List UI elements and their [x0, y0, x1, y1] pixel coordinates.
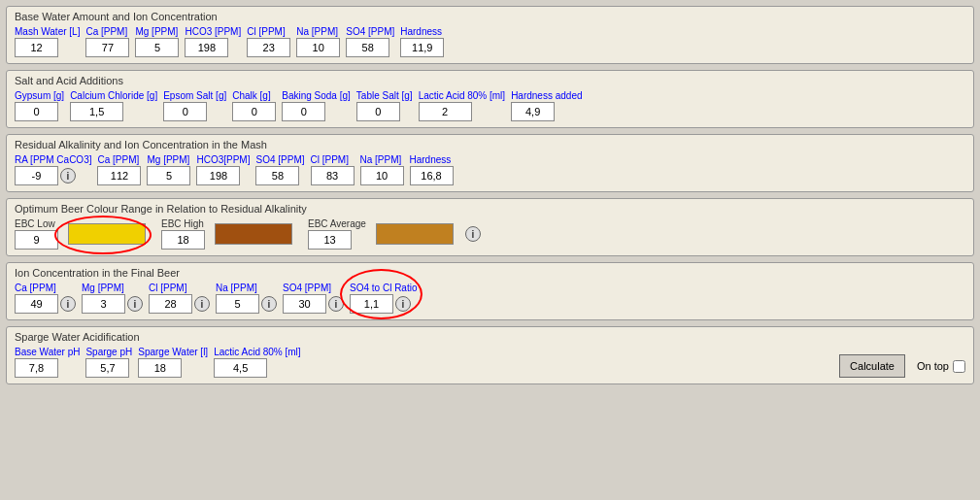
res-cl-input[interactable] [311, 166, 355, 185]
ebc-title: Optimum Beer Colour Range in Relation to… [15, 203, 965, 215]
sparge-ph-input[interactable] [85, 358, 129, 378]
on-top-checkbox[interactable] [953, 360, 965, 373]
final-ca-info[interactable]: i [60, 296, 76, 312]
final-na-input[interactable] [216, 294, 259, 314]
hco3-ppm-field: HCO3 [PPM] [185, 26, 241, 57]
ebc-section: Optimum Beer Colour Range in Relation to… [6, 198, 974, 256]
final-mg-input[interactable] [82, 294, 125, 314]
lactic-acid-field: Lactic Acid 80% [ml] [419, 90, 505, 121]
chalk-label: Chalk [g] [232, 90, 270, 101]
sparge-fields: Base Water pH Sparge pH Sparge Water [l]… [15, 347, 301, 378]
sparge-lactic-input[interactable] [214, 358, 267, 378]
ca-ppm-label: Ca [PPM] [85, 26, 127, 37]
final-so4-info[interactable]: i [328, 296, 344, 312]
final-na-info[interactable]: i [261, 296, 277, 312]
gypsum-label: Gypsum [g] [15, 90, 64, 101]
res-hardness-input[interactable] [410, 166, 454, 185]
ebc-high-label: EBC High [161, 218, 204, 229]
calcium-chloride-input[interactable] [70, 102, 123, 121]
ebc-low-input[interactable] [15, 230, 58, 250]
final-mg-info[interactable]: i [127, 296, 143, 312]
res-so4-field: SO4 [PPM] [255, 154, 304, 185]
base-water-ph-field: Base Water pH [15, 347, 80, 378]
res-ca-label: Ca [PPM] [97, 154, 139, 165]
final-cl-info[interactable]: i [194, 296, 210, 312]
baking-soda-input[interactable] [282, 102, 325, 121]
hco3-ppm-label: HCO3 [PPM] [185, 26, 241, 37]
ra-input-group: i [15, 166, 76, 185]
sparge-water-field: Sparge Water [l] [138, 347, 208, 378]
final-mg-field: Mg [PPM] i [82, 283, 143, 314]
mg-ppm-field: Mg [PPM] [135, 26, 179, 57]
ebc-high-field: EBC High [161, 218, 205, 250]
lactic-acid-input[interactable] [419, 102, 472, 121]
chalk-field: Chalk [g] [232, 90, 276, 121]
table-salt-input[interactable] [356, 102, 400, 121]
res-hco3-input[interactable] [196, 166, 240, 185]
ebc-avg-swatch [376, 223, 454, 245]
so4-ppm-label: SO4 [PPM] [346, 26, 394, 37]
res-so4-input[interactable] [255, 166, 299, 185]
res-ca-input[interactable] [97, 166, 141, 185]
res-ca-field: Ca [PPM] [97, 154, 141, 185]
base-water-ph-label: Base Water pH [15, 347, 80, 357]
final-ca-label: Ca [PPM] [15, 283, 56, 293]
gypsum-field: Gypsum [g] [15, 90, 64, 121]
ra-label: RA [PPM CaCO3] [15, 154, 91, 165]
so4-cl-ratio-field: SO4 to Cl Ratio i [350, 283, 417, 314]
ra-info-button[interactable]: i [60, 168, 76, 183]
cl-ppm-input[interactable] [247, 38, 290, 57]
baking-soda-field: Baking Soda [g] [282, 90, 351, 121]
base-water-ph-input[interactable] [15, 358, 58, 378]
so4-cl-ratio-info[interactable]: i [395, 296, 411, 312]
ca-ppm-input[interactable] [85, 38, 129, 57]
res-hardness-label: Hardness [410, 154, 452, 165]
mash-water-input[interactable] [15, 38, 58, 57]
so4-cl-ratio-input[interactable] [350, 294, 393, 314]
mg-ppm-input[interactable] [135, 38, 179, 57]
final-ca-input[interactable] [15, 294, 58, 314]
res-na-field: Na [PPM] [360, 154, 404, 185]
res-mg-input[interactable] [147, 166, 190, 185]
salt-acid-section: Salt and Acid Additions Gypsum [g] Calci… [6, 70, 974, 128]
ebc-low-label: EBC Low [15, 218, 55, 229]
final-cl-input[interactable] [149, 294, 192, 314]
lactic-acid-label: Lactic Acid 80% [ml] [419, 90, 505, 101]
hardness-added-label: Hardness added [511, 90, 582, 101]
ra-field: RA [PPM CaCO3] i [15, 154, 91, 185]
bottom-row: Base Water pH Sparge pH Sparge Water [l]… [15, 347, 965, 378]
gypsum-input[interactable] [15, 102, 58, 121]
residual-section: Residual Alkalinity and Ion Concentratio… [6, 134, 974, 192]
chalk-input[interactable] [232, 102, 276, 121]
hardness-added-input[interactable] [511, 102, 555, 121]
na-ppm-input[interactable] [296, 38, 340, 57]
bottom-right: Calculate On top [839, 354, 965, 378]
calcium-chloride-label: Calcium Chloride [g] [70, 90, 157, 101]
base-water-section: Base Water Amount and Ion Concentration … [6, 6, 974, 64]
epsom-salt-input[interactable] [163, 102, 207, 121]
table-salt-field: Table Salt [g] [356, 90, 413, 121]
ebc-info-button[interactable]: i [465, 226, 481, 242]
final-so4-input[interactable] [283, 294, 326, 314]
base-water-title: Base Water Amount and Ion Concentration [15, 11, 965, 22]
final-so4-field: SO4 [PPM] i [283, 283, 344, 314]
so4-ppm-input[interactable] [346, 38, 389, 57]
final-na-field: Na [PPM] i [216, 283, 277, 314]
res-na-input[interactable] [360, 166, 404, 185]
final-na-group: i [216, 294, 277, 314]
res-hardness-field: Hardness [410, 154, 454, 185]
final-cl-label: Cl [PPM] [149, 283, 186, 293]
ra-input[interactable] [15, 166, 58, 185]
res-mg-field: Mg [PPM] [147, 154, 190, 185]
ebc-high-input[interactable] [161, 230, 205, 250]
final-so4-label: SO4 [PPM] [283, 283, 331, 293]
sparge-water-input[interactable] [138, 358, 182, 378]
so4-ppm-field: SO4 [PPM] [346, 26, 394, 57]
hardness-input[interactable] [400, 38, 444, 57]
sparge-ph-field: Sparge pH [85, 347, 132, 378]
hco3-ppm-input[interactable] [185, 38, 228, 57]
ebc-avg-input[interactable] [308, 230, 352, 250]
calculate-button[interactable]: Calculate [839, 354, 905, 378]
res-na-label: Na [PPM] [360, 154, 402, 165]
ebc-fields: EBC Low EBC High EBC Average i [15, 218, 965, 250]
